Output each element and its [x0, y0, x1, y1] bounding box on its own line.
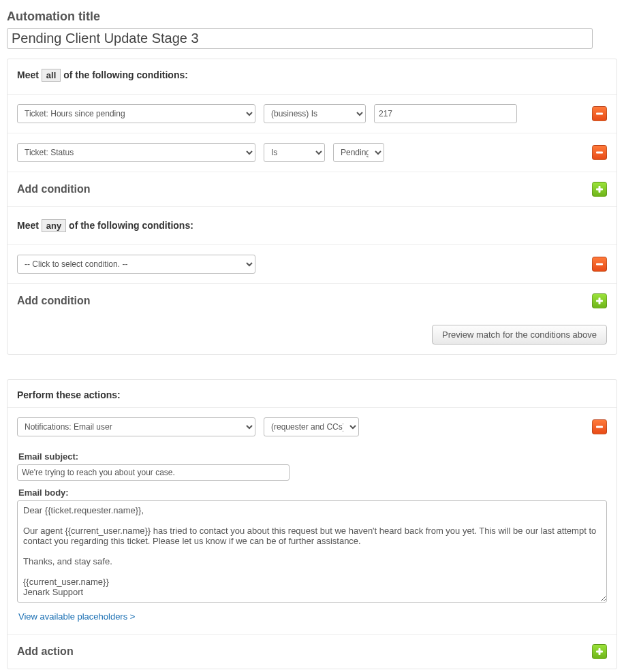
- add-condition-label: Add condition: [17, 183, 592, 195]
- svg-rect-4: [596, 263, 603, 266]
- add-action-button[interactable]: [592, 644, 607, 659]
- conditions-all-panel: Meet all of the following conditions: Ti…: [7, 59, 617, 355]
- condition-row: -- Click to select condition. --: [7, 244, 617, 283]
- automation-title-input[interactable]: [7, 28, 593, 49]
- actions-panel: Perform these actions: Notifications: Em…: [7, 379, 617, 669]
- condition-row: Ticket: Hours since pending (business) I…: [7, 94, 617, 133]
- svg-rect-6: [596, 300, 603, 302]
- minus-icon: [595, 423, 604, 431]
- action-row: Notifications: Email user (requester and…: [7, 407, 617, 634]
- text: Meet: [17, 220, 39, 231]
- condition-operator-select[interactable]: Is: [264, 143, 325, 162]
- svg-rect-7: [596, 426, 603, 428]
- plus-icon: [595, 647, 604, 656]
- email-subject-input[interactable]: [17, 464, 290, 481]
- email-body-textarea[interactable]: [17, 500, 607, 603]
- condition-value-input[interactable]: [374, 104, 517, 123]
- actions-heading: Perform these actions:: [17, 387, 607, 404]
- conditions-all-heading: Meet all of the following conditions:: [17, 66, 607, 91]
- condition-row: Ticket: Status Is Pending: [7, 133, 617, 172]
- text: Meet: [17, 69, 39, 80]
- add-action-label: Add action: [17, 645, 592, 658]
- remove-action-button[interactable]: [592, 419, 607, 434]
- add-action-row: Add action: [7, 634, 617, 669]
- svg-rect-9: [596, 651, 603, 653]
- plus-icon: [595, 297, 604, 305]
- email-body-label: Email body:: [18, 487, 607, 498]
- condition-field-select[interactable]: Ticket: Status: [17, 143, 255, 162]
- action-type-select[interactable]: Notifications: Email user: [17, 417, 255, 436]
- remove-condition-button[interactable]: [592, 257, 607, 272]
- action-target-select[interactable]: (requester and CCs): [264, 417, 359, 436]
- text: of the following conditions:: [69, 220, 193, 231]
- automation-title-label: Automation title: [7, 10, 617, 24]
- add-condition-label: Add condition: [17, 295, 592, 307]
- email-subject-label: Email subject:: [18, 451, 607, 462]
- condition-field-select[interactable]: -- Click to select condition. --: [17, 255, 255, 274]
- view-placeholders-link[interactable]: View available placeholders >: [18, 611, 135, 622]
- svg-rect-1: [596, 152, 603, 154]
- preview-conditions-button[interactable]: Preview match for the conditions above: [432, 325, 607, 345]
- condition-field-select[interactable]: Ticket: Hours since pending: [17, 104, 255, 123]
- minus-icon: [595, 110, 604, 118]
- add-condition-row: Add condition: [7, 283, 617, 318]
- conditions-any-pill: any: [42, 219, 66, 232]
- svg-rect-0: [596, 113, 603, 115]
- text: of the following conditions:: [63, 69, 188, 80]
- remove-condition-button[interactable]: [592, 106, 607, 121]
- minus-icon: [595, 148, 604, 157]
- add-condition-button[interactable]: [592, 293, 607, 308]
- condition-value-select[interactable]: Pending: [333, 143, 384, 162]
- add-condition-row: Add condition: [7, 172, 617, 206]
- conditions-all-pill: all: [42, 69, 61, 82]
- condition-operator-select[interactable]: (business) Is: [264, 104, 366, 123]
- conditions-any-heading: Meet any of the following conditions:: [17, 217, 607, 242]
- plus-icon: [595, 185, 604, 193]
- svg-rect-3: [596, 189, 603, 191]
- add-condition-button[interactable]: [592, 182, 607, 197]
- remove-condition-button[interactable]: [592, 145, 607, 160]
- minus-icon: [595, 260, 604, 268]
